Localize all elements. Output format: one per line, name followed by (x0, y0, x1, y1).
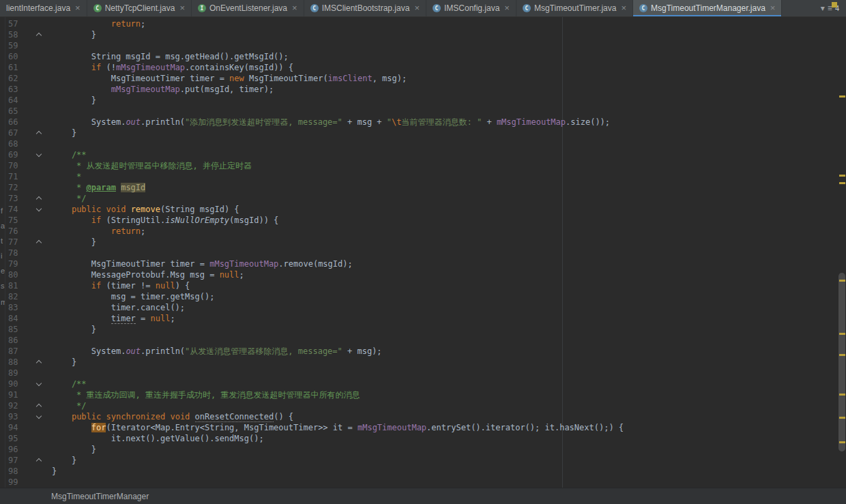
code-line[interactable]: 89 (0, 368, 846, 379)
code-line[interactable]: 95 it.next().getValue().sendMsg(); (0, 433, 846, 444)
warning-stripe-mark[interactable] (839, 333, 845, 335)
editor-tab[interactable]: lientInterface.java× (0, 0, 87, 16)
warning-stripe-mark[interactable] (839, 394, 845, 396)
fold-marker-icon[interactable] (36, 381, 42, 386)
fold-marker-icon[interactable] (36, 360, 42, 366)
code-text: System.out.println("添加消息到发送超时管理器, messag… (44, 117, 610, 128)
code-line[interactable]: 76 return; (0, 226, 846, 237)
gutter: 64 (0, 95, 44, 106)
scrollbar[interactable] (838, 273, 845, 451)
close-icon[interactable]: × (770, 5, 776, 12)
line-number: 83 (8, 302, 18, 313)
code-line[interactable]: 73 */ (0, 193, 846, 204)
code-line[interactable]: 92 */ (0, 400, 846, 411)
code-line[interactable]: 62 MsgTimeoutTimer timer = new MsgTimeou… (0, 73, 846, 84)
gutter: 65 (0, 106, 44, 117)
editor[interactable]: 57 return;58 }5960 String msgId = msg.ge… (0, 17, 846, 488)
warning-stripe-mark[interactable] (839, 175, 845, 177)
chevron-down-icon[interactable]: ▾ (821, 3, 825, 13)
line-number: 92 (8, 400, 18, 411)
code-text: } (44, 95, 96, 106)
code-line[interactable]: 99 (0, 477, 846, 488)
close-icon[interactable]: × (621, 5, 626, 12)
code-line[interactable]: 57 return; (0, 18, 846, 29)
breadcrumb-class-name[interactable]: MsgTimeoutTimerManager (51, 492, 149, 501)
code-text (44, 368, 52, 379)
hidden-tabs-control[interactable]: ▾ ≡ 4 (814, 0, 846, 16)
warning-stripe-mark[interactable] (839, 280, 845, 282)
code-line[interactable]: 96 } (0, 444, 846, 455)
fold-marker-icon[interactable] (36, 196, 42, 202)
editor-tab[interactable]: CMsgTimeoutTimerManager.java× (633, 0, 782, 16)
code-line[interactable]: 87 System.out.println("从发送消息管理器移除消息, mes… (0, 346, 846, 357)
code-line[interactable]: 88 } (0, 357, 846, 368)
interface-icon: I (198, 4, 206, 12)
clipped-text-fragment: i (1, 252, 2, 260)
editor-tab[interactable]: CIMSConfig.java× (426, 0, 516, 16)
code-line[interactable]: 81 if (timer != null) { (0, 280, 846, 291)
fold-marker-icon[interactable] (36, 458, 42, 464)
fold-marker-icon[interactable] (36, 33, 42, 38)
warning-stripe-mark[interactable] (839, 182, 845, 184)
fold-marker-icon[interactable] (36, 404, 42, 409)
close-icon[interactable]: × (75, 5, 81, 12)
close-icon[interactable]: × (179, 5, 185, 12)
code-line[interactable]: 63 mMsgTimeoutMap.put(msgId, timer); (0, 84, 846, 95)
fold-marker-icon[interactable] (36, 151, 42, 157)
code-line[interactable]: 75 if (StringUtil.isNullOrEmpty(msgId)) … (0, 215, 846, 226)
code-line[interactable]: 78 (0, 248, 846, 258)
fold-marker-icon[interactable] (36, 240, 42, 246)
editor-tab[interactable]: IOnEventListener.java× (192, 0, 304, 16)
code-text: /** (44, 149, 87, 160)
code-line[interactable]: 74 public void remove(String msgId) { (0, 204, 846, 215)
class-icon: C (523, 4, 531, 12)
code-line[interactable]: 90 /** (0, 379, 846, 389)
code-text: if (!mMsgTimeoutMap.containsKey(msgId)) … (44, 62, 293, 73)
code-line[interactable]: 97 } (0, 455, 846, 466)
warning-stripe-mark[interactable] (839, 95, 845, 98)
line-number: 70 (8, 160, 18, 171)
editor-tab[interactable]: CMsgTimeoutTimer.java× (516, 0, 633, 16)
gutter: 84 (0, 313, 44, 324)
code-line[interactable]: 69 /** (0, 149, 846, 160)
editor-tab[interactable]: CIMSClientBootstrap.java× (304, 0, 426, 16)
code-line[interactable]: 71 * (0, 171, 846, 182)
code-line[interactable]: 82 msg = timer.getMsg(); (0, 291, 846, 302)
close-icon[interactable]: × (414, 5, 420, 12)
fold-marker-icon[interactable] (36, 413, 42, 419)
code-line[interactable]: 72 * @param msgId (0, 182, 846, 193)
code-line[interactable]: 91 * 重连成功回调, 重连并握手成功时, 重发消息发送超时管理器中所有的消息 (0, 389, 846, 400)
line-number: 71 (8, 171, 18, 182)
code-line[interactable]: 77 } (0, 237, 846, 248)
warning-stripe-mark[interactable] (839, 354, 845, 356)
code-line[interactable]: 59 (0, 40, 846, 51)
warning-stripe-mark[interactable] (839, 441, 845, 443)
code-line[interactable]: 94 for(Iterator<Map.Entry<String, MsgTim… (0, 422, 846, 433)
code-line[interactable]: 64 } (0, 95, 846, 106)
code-line[interactable]: 84 timer = null; (0, 313, 846, 324)
code-line[interactable]: 98} (0, 466, 846, 477)
code-line[interactable]: 67 } (0, 128, 846, 138)
gutter: 81 (0, 280, 44, 291)
code-line[interactable]: 58 } (0, 29, 846, 40)
code-line[interactable]: 85 } (0, 324, 846, 335)
editor-tab[interactable]: CNettyTcpClient.java× (87, 0, 192, 16)
fold-marker-icon[interactable] (36, 131, 42, 136)
code-line[interactable]: 83 timer.cancel(); (0, 302, 846, 313)
code-line[interactable]: 66 System.out.println("添加消息到发送超时管理器, mes… (0, 117, 846, 128)
file-status-indicator[interactable] (832, 2, 837, 8)
code-line[interactable]: 86 (0, 335, 846, 346)
code-line[interactable]: 70 * 从发送超时管理器中移除消息, 并停止定时器 (0, 160, 846, 171)
code-line[interactable]: 61 if (!mMsgTimeoutMap.containsKey(msgId… (0, 62, 846, 73)
code-line[interactable]: 60 String msgId = msg.getHead().getMsgId… (0, 51, 846, 62)
code-line[interactable]: 79 MsgTimeoutTimer timer = mMsgTimeoutMa… (0, 258, 846, 269)
code-line[interactable]: 93 public synchronized void onResetConne… (0, 411, 846, 422)
code-line[interactable]: 68 (0, 138, 846, 149)
code-line[interactable]: 80 MessageProtobuf.Msg msg = null; (0, 269, 846, 280)
code-line[interactable]: 65 (0, 106, 846, 117)
fold-marker-icon[interactable] (36, 206, 42, 211)
close-icon[interactable]: × (292, 5, 297, 12)
warning-stripe-mark[interactable] (839, 417, 845, 419)
close-icon[interactable]: × (504, 5, 510, 12)
code-text: * (44, 171, 81, 182)
